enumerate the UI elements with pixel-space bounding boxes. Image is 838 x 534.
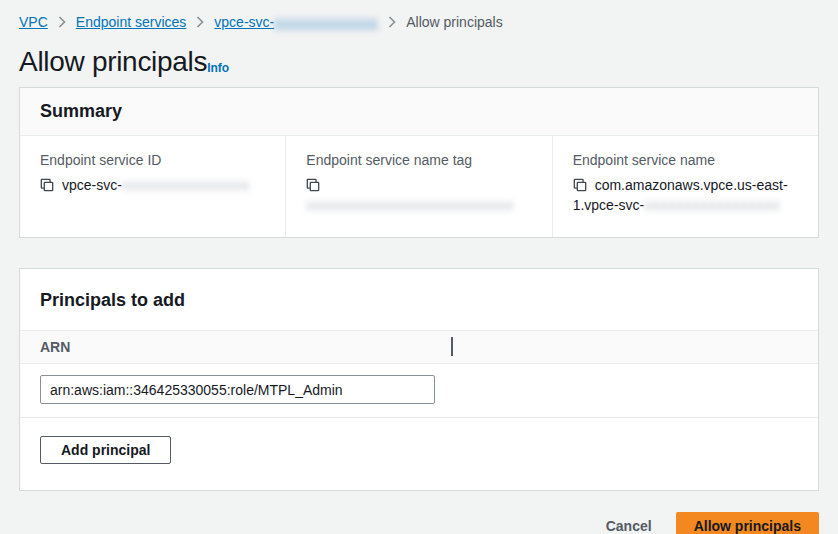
redacted-service-id: xxxxxxxxxxxxx xyxy=(274,14,378,30)
field-label: Endpoint service name tag xyxy=(306,152,531,168)
cancel-button[interactable]: Cancel xyxy=(604,513,654,534)
summary-col-service-id: Endpoint service ID vpce-svc-xxxxxxxxxxx… xyxy=(20,136,285,237)
redacted-value: xxxxxxxxxxxxxxxx xyxy=(122,175,250,195)
breadcrumb: VPC Endpoint services vpce-svc-xxxxxxxxx… xyxy=(19,0,819,30)
arn-table-header: ARN xyxy=(20,330,818,364)
field-value: com.amazonaws.vpce.us-east-1.vpce-svc-xx… xyxy=(573,175,798,215)
field-value: xxxxxxxxxxxxxxxxxxxxxxxxxx xyxy=(306,175,531,215)
summary-title: Summary xyxy=(40,101,798,122)
page-title: Allow principals xyxy=(19,46,207,78)
summary-card: Summary Endpoint service ID vpce-svc-xxx… xyxy=(19,87,819,238)
breadcrumb-service-prefix: vpce-svc- xyxy=(214,14,274,30)
summary-col-name-tag: Endpoint service name tag xxxxxxxxxxxxxx… xyxy=(285,136,551,237)
summary-col-service-name: Endpoint service name com.amazonaws.vpce… xyxy=(552,136,818,237)
copy-icon[interactable] xyxy=(573,178,587,192)
info-link[interactable]: Info xyxy=(207,61,229,75)
copy-icon[interactable] xyxy=(40,178,54,192)
redacted-value: xxxxxxxxxxxxxxxxx xyxy=(644,195,780,215)
allow-principals-button[interactable]: Allow principals xyxy=(676,512,819,534)
arn-column-header: ARN xyxy=(40,339,70,355)
column-divider xyxy=(451,337,453,356)
add-principal-button[interactable]: Add principal xyxy=(40,436,171,464)
summary-body: Endpoint service ID vpce-svc-xxxxxxxxxxx… xyxy=(20,136,818,237)
chevron-right-icon xyxy=(195,16,205,28)
breadcrumb-vpc[interactable]: VPC xyxy=(19,14,48,30)
principals-panel-header: Principals to add xyxy=(20,269,818,330)
principals-title: Principals to add xyxy=(40,290,798,311)
principals-panel: Principals to add ARN Add principal xyxy=(19,268,819,491)
chevron-right-icon xyxy=(57,16,67,28)
breadcrumb-endpoint-services[interactable]: Endpoint services xyxy=(76,14,187,30)
service-id-prefix: vpce-svc- xyxy=(62,177,122,193)
arn-input-row xyxy=(20,364,818,418)
field-label: Endpoint service ID xyxy=(40,152,265,168)
principals-panel-footer: Add principal xyxy=(20,418,818,490)
breadcrumb-current: Allow principals xyxy=(406,14,502,30)
chevron-right-icon xyxy=(387,16,397,28)
copy-icon[interactable] xyxy=(306,178,320,192)
summary-card-header: Summary xyxy=(20,88,818,136)
arn-input[interactable] xyxy=(40,375,435,404)
footer-actions: Cancel Allow principals xyxy=(19,512,819,534)
field-value: vpce-svc-xxxxxxxxxxxxxxxx xyxy=(40,175,265,195)
breadcrumb-endpoint-service-id[interactable]: vpce-svc-xxxxxxxxxxxxx xyxy=(214,14,378,30)
allow-principals-page: VPC Endpoint services vpce-svc-xxxxxxxxx… xyxy=(0,0,838,534)
redacted-value: xxxxxxxxxxxxxxxxxxxxxxxxxx xyxy=(306,195,514,215)
field-label: Endpoint service name xyxy=(573,152,798,168)
page-title-row: Allow principals Info xyxy=(19,46,819,78)
